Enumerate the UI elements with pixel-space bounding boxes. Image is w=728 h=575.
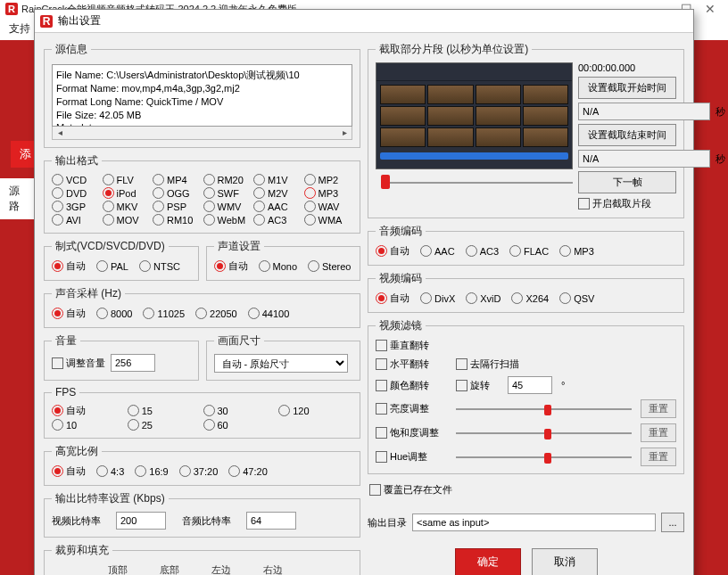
radio-fmt-ipod[interactable]: iPod — [103, 187, 152, 199]
radio-std-pal[interactable]: PAL — [96, 259, 128, 273]
radio-ar-47:20[interactable]: 47:20 — [228, 464, 268, 478]
video-bitrate-input[interactable] — [116, 512, 166, 530]
close-icon[interactable]: ✕ — [705, 2, 716, 16]
next-frame-button[interactable]: 下一帧 — [578, 171, 676, 193]
brightness-checkbox[interactable]: 亮度调整 — [376, 402, 447, 415]
radio-aenc-自动[interactable]: 自动 — [376, 244, 410, 258]
radio-fps-15[interactable]: 15 — [128, 404, 202, 417]
hue-reset-button[interactable]: 重置 — [641, 448, 676, 466]
radio-fmt-webm[interactable]: WebM — [203, 214, 252, 226]
radio-venc-x264[interactable]: X264 — [511, 292, 549, 305]
radio-fmt-wma[interactable]: WMA — [304, 214, 353, 226]
cflip-checkbox[interactable]: 颜色翻转 — [376, 379, 447, 392]
saturation-reset-button[interactable]: 重置 — [641, 423, 676, 442]
radio-ch-自动[interactable]: 自动 — [214, 259, 248, 273]
vflip-checkbox[interactable]: 垂直翻转 — [376, 339, 447, 352]
output-dir-label: 输出目录 — [368, 516, 407, 530]
hflip-checkbox[interactable]: 水平翻转 — [376, 357, 447, 371]
radio-ch-mono[interactable]: Mono — [259, 259, 298, 273]
radio-fmt-dvd[interactable]: DVD — [52, 187, 101, 199]
radio-sr-8000[interactable]: 8000 — [96, 307, 132, 320]
radio-fmt-wav[interactable]: WAV — [304, 201, 353, 212]
overwrite-checkbox[interactable]: 覆盖已存在文件 — [369, 483, 682, 497]
saturation-checkbox[interactable]: 饱和度调整 — [376, 426, 447, 439]
rotate-value-input[interactable] — [508, 376, 552, 394]
radio-ar-4:3[interactable]: 4:3 — [96, 464, 124, 478]
radio-fmt-mkv[interactable]: MKV — [103, 201, 152, 212]
radio-sr-44100[interactable]: 44100 — [248, 307, 290, 320]
radio-fmt-m1v[interactable]: M1V — [253, 174, 302, 185]
brightness-slider[interactable] — [456, 403, 632, 415]
radio-fps-120[interactable]: 120 — [278, 404, 352, 417]
radio-fmt-mp4[interactable]: MP4 — [153, 174, 202, 185]
radio-fmt-swf[interactable]: SWF — [203, 187, 252, 199]
radio-venc-divx[interactable]: DivX — [420, 292, 455, 305]
radio-fmt-rm10[interactable]: RM10 — [153, 214, 202, 226]
bg-src-label: 源路 — [0, 178, 36, 219]
radio-fmt-3gp[interactable]: 3GP — [52, 201, 101, 212]
source-info-text[interactable]: File Name: C:\Users\Administrator\Deskto… — [52, 64, 352, 127]
frame-size-fieldset: 画面尺寸 自动 - 原始尺寸 — [206, 333, 361, 381]
radio-fps-25[interactable]: 25 — [128, 419, 202, 431]
radio-venc-qsv[interactable]: QSV — [559, 292, 594, 305]
hue-checkbox[interactable]: Hue调整 — [376, 450, 447, 464]
brightness-reset-button[interactable]: 重置 — [641, 399, 676, 418]
output-settings-dialog: R 输出设置 源信息 File Name: C:\Users\Administr… — [34, 9, 694, 575]
radio-fps-30[interactable]: 30 — [203, 404, 277, 417]
dialog-logo-icon: R — [40, 15, 53, 28]
radio-aenc-flac[interactable]: FLAC — [509, 244, 549, 258]
adjust-volume-checkbox[interactable]: 调整音量 — [52, 357, 105, 370]
radio-fmt-mp2[interactable]: MP2 — [304, 174, 353, 185]
radio-fmt-mov[interactable]: MOV — [103, 214, 152, 226]
radio-fps-10[interactable]: 10 — [52, 419, 126, 431]
radio-fmt-flv[interactable]: FLV — [103, 174, 152, 185]
start-time-input[interactable] — [578, 103, 710, 120]
volume-value-input[interactable] — [111, 354, 155, 372]
radio-aenc-mp3[interactable]: MP3 — [559, 244, 594, 258]
radio-sr-11025[interactable]: 11025 — [143, 307, 185, 320]
radio-ch-stereo[interactable]: Stereo — [308, 259, 351, 273]
output-dir-input[interactable] — [412, 513, 656, 531]
radio-ar-自动[interactable]: 自动 — [52, 464, 86, 478]
radio-fmt-wmv[interactable]: WMV — [203, 201, 252, 212]
hue-slider[interactable] — [456, 451, 632, 464]
radio-fmt-ogg[interactable]: OGG — [153, 187, 202, 199]
radio-fmt-avi[interactable]: AVI — [52, 214, 101, 226]
radio-fmt-ac3[interactable]: AC3 — [253, 214, 302, 226]
seek-slider[interactable] — [376, 173, 573, 193]
frame-size-select[interactable]: 自动 - 原始尺寸 — [214, 354, 348, 373]
radio-std-ntsc[interactable]: NTSC — [139, 259, 180, 273]
ok-button[interactable]: 确定 — [455, 548, 521, 575]
radio-fmt-vcd[interactable]: VCD — [52, 174, 101, 185]
source-info-scrollbar[interactable]: ◂ ▸ — [52, 127, 352, 140]
radio-sr-自动[interactable]: 自动 — [52, 307, 86, 320]
radio-ar-16:9[interactable]: 16:9 — [135, 464, 168, 478]
radio-fmt-aac[interactable]: AAC — [253, 201, 302, 212]
set-end-button[interactable]: 设置截取结束时间 — [578, 124, 676, 146]
radio-fmt-mp3[interactable]: MP3 — [304, 187, 353, 199]
radio-ar-37:20[interactable]: 37:20 — [179, 464, 219, 478]
radio-aenc-ac3[interactable]: AC3 — [466, 244, 499, 258]
scroll-left-icon[interactable]: ◂ — [53, 127, 67, 139]
audio-bitrate-input[interactable] — [246, 512, 296, 530]
enable-segment-checkbox[interactable]: 开启截取片段 — [578, 197, 676, 210]
radio-fmt-rm20[interactable]: RM20 — [203, 174, 252, 185]
radio-sr-22050[interactable]: 22050 — [195, 307, 237, 320]
scroll-right-icon[interactable]: ▸ — [337, 127, 352, 139]
radio-venc-自动[interactable]: 自动 — [376, 292, 410, 305]
preview-pane[interactable] — [376, 62, 573, 169]
rotate-checkbox[interactable]: 旋转 — [456, 379, 499, 392]
radio-fmt-m2v[interactable]: M2V — [253, 187, 302, 199]
set-start-button[interactable]: 设置截取开始时间 — [578, 77, 676, 99]
radio-aenc-aac[interactable]: AAC — [420, 244, 455, 258]
end-time-input[interactable] — [578, 150, 710, 168]
radio-fps-60[interactable]: 60 — [203, 419, 277, 431]
saturation-slider[interactable] — [456, 427, 632, 439]
radio-fps-自动[interactable]: 自动 — [52, 404, 126, 417]
deinterlace-checkbox[interactable]: 去隔行扫描 — [456, 357, 536, 371]
radio-venc-xvid[interactable]: XviD — [466, 292, 500, 305]
cancel-button[interactable]: 取消 — [532, 548, 598, 575]
browse-button[interactable]: ... — [661, 513, 684, 532]
radio-std-自动[interactable]: 自动 — [52, 259, 86, 273]
radio-fmt-psp[interactable]: PSP — [153, 201, 202, 212]
